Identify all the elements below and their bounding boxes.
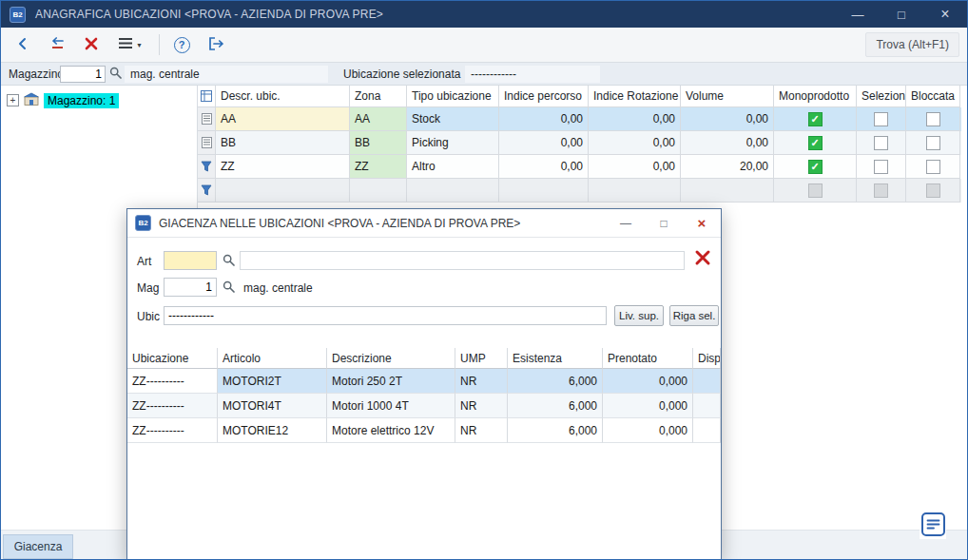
cell-descrizione[interactable]: Motore elettrico 12V (327, 418, 455, 443)
exit-button[interactable] (202, 31, 230, 58)
column-header[interactable]: Prenotato (603, 348, 693, 369)
cell-prenotato[interactable]: 0,000 (603, 394, 693, 418)
cell-empty[interactable] (499, 179, 589, 203)
cell-empty[interactable] (216, 179, 350, 203)
bloccata-checkbox[interactable] (926, 160, 940, 174)
bloccata-checkbox[interactable] (926, 136, 940, 150)
find-shortcut-label[interactable]: Trova (Alt+F1) (865, 32, 959, 57)
cell-ubicazione[interactable]: ZZ---------- (127, 369, 218, 394)
art-search-icon[interactable] (223, 254, 235, 269)
table-row[interactable]: BB BB Picking 0,00 0,00 0,00 (198, 131, 961, 155)
mag-input[interactable] (164, 278, 217, 297)
cell-prenotato[interactable]: 0,000 (603, 418, 693, 443)
cell-articolo[interactable]: MOTORI2T (218, 369, 327, 394)
cell-indice-rotazione[interactable]: 0,00 (589, 107, 681, 131)
cell-descrizione[interactable]: Motori 250 2T (327, 369, 455, 394)
giacenza-row[interactable]: ZZ---------- MOTORI4T Motori 1000 4T NR … (127, 394, 721, 418)
table-row[interactable]: AA AA Stock 0,00 0,00 0,00 (198, 107, 961, 131)
maximize-button[interactable]: □ (880, 1, 923, 28)
cell-volume[interactable]: 20,00 (681, 155, 774, 179)
seleziona-checkbox[interactable] (874, 112, 888, 126)
monoprodotto-checkbox[interactable] (808, 136, 823, 150)
cell-prenotato[interactable]: 0,000 (603, 369, 693, 394)
column-header[interactable]: Zona (350, 86, 407, 107)
row-filter-icon[interactable] (198, 155, 216, 179)
column-header[interactable]: Articolo (218, 348, 327, 369)
row-form-icon[interactable] (198, 131, 216, 155)
column-header[interactable]: Descr. ubic. (216, 86, 350, 107)
close-button[interactable]: × (923, 1, 967, 28)
cell-descrizione[interactable]: Motori 1000 4T (327, 394, 455, 418)
dialog-close-button[interactable]: × (683, 209, 721, 237)
tree-expand-icon[interactable]: + (7, 94, 19, 106)
tree-node-magazzino[interactable]: + Magazzino: 1 (7, 92, 197, 108)
help-button[interactable]: ? (167, 31, 196, 58)
column-header[interactable]: UMP (455, 348, 508, 369)
ubic-input[interactable] (164, 306, 607, 325)
monoprodotto-checkbox[interactable] (808, 160, 823, 174)
detail-list-button[interactable] (920, 512, 946, 539)
monoprodotto-checkbox[interactable] (808, 112, 823, 126)
riga-sel-button[interactable]: Riga sel. (669, 305, 719, 326)
row-form-icon[interactable] (198, 107, 216, 131)
column-header[interactable]: Disp. (693, 348, 721, 369)
cell-ump[interactable]: NR (455, 369, 508, 394)
clear-search-icon[interactable] (694, 249, 711, 269)
dialog-minimize-button[interactable]: — (607, 209, 645, 237)
column-header[interactable]: Indice percorso (499, 86, 589, 107)
grid-selector-icon[interactable] (198, 86, 216, 107)
cell-zona[interactable]: AA (350, 107, 407, 131)
tab-giacenza[interactable]: Giacenza (3, 534, 73, 559)
cell-ump[interactable]: NR (455, 394, 508, 418)
cell-articolo[interactable]: MOTORI4T (218, 394, 327, 418)
cell-indice-rotazione[interactable]: 0,00 (589, 131, 681, 155)
seleziona-checkbox[interactable] (874, 136, 888, 150)
cell-ubicazione[interactable]: ZZ---------- (127, 418, 218, 443)
giacenza-row[interactable]: ZZ---------- MOTORI2T Motori 250 2T NR 6… (127, 369, 721, 394)
cell-esistenza[interactable]: 6,000 (508, 394, 603, 418)
cell-disponibile[interactable] (693, 369, 721, 394)
giacenza-row[interactable]: ZZ---------- MOTORIE12 Motore elettrico … (127, 418, 721, 443)
cell-ump[interactable]: NR (455, 418, 508, 443)
cell-indice-percorso[interactable]: 0,00 (499, 107, 589, 131)
minimize-button[interactable]: — (836, 1, 880, 28)
cell-zona[interactable]: ZZ (350, 155, 407, 179)
cell-descr-ubic[interactable]: BB (216, 131, 350, 155)
cell-volume[interactable]: 0,00 (681, 107, 774, 131)
table-new-row[interactable] (198, 179, 961, 203)
column-header[interactable]: Esistenza (508, 348, 603, 369)
cell-indice-percorso[interactable]: 0,00 (499, 131, 589, 155)
delete-button[interactable] (77, 31, 106, 58)
cell-indice-percorso[interactable]: 0,00 (499, 155, 589, 179)
table-row[interactable]: ZZ ZZ Altro 0,00 0,00 20,00 (198, 155, 961, 179)
cell-articolo[interactable]: MOTORIE12 (218, 418, 327, 443)
tree-node-label[interactable]: Magazzino: 1 (44, 93, 119, 108)
mag-search-icon[interactable] (223, 280, 235, 296)
column-header[interactable]: Seleziona (857, 86, 906, 107)
column-header[interactable]: Bloccata (906, 86, 960, 107)
undo-button[interactable] (43, 31, 71, 58)
cell-tipo-ubicazione[interactable]: Stock (407, 107, 499, 131)
column-header[interactable]: Volume (681, 86, 774, 107)
cell-tipo-ubicazione[interactable]: Altro (407, 155, 499, 179)
cell-disponibile[interactable] (693, 418, 721, 443)
menu-button[interactable]: ▼ (111, 31, 149, 58)
cell-empty[interactable] (681, 179, 774, 203)
cell-empty[interactable] (407, 179, 499, 203)
bloccata-checkbox[interactable] (926, 112, 940, 126)
column-header[interactable]: Indice Rotazione (589, 86, 681, 107)
cell-empty[interactable] (350, 179, 407, 203)
cell-volume[interactable]: 0,00 (681, 131, 774, 155)
cell-esistenza[interactable]: 6,000 (508, 418, 603, 443)
cell-indice-rotazione[interactable]: 0,00 (589, 155, 681, 179)
cell-tipo-ubicazione[interactable]: Picking (407, 131, 499, 155)
cell-disponibile[interactable] (693, 394, 721, 418)
seleziona-checkbox[interactable] (874, 160, 888, 174)
magazzino-input[interactable] (60, 66, 106, 83)
cell-ubicazione[interactable]: ZZ---------- (127, 394, 218, 418)
cell-descr-ubic[interactable]: AA (216, 107, 350, 131)
column-header[interactable]: Ubicazione (127, 348, 218, 369)
magazzino-search-icon[interactable] (109, 67, 122, 82)
liv-sup-button[interactable]: Liv. sup. (614, 305, 664, 326)
cell-esistenza[interactable]: 6,000 (508, 369, 603, 394)
